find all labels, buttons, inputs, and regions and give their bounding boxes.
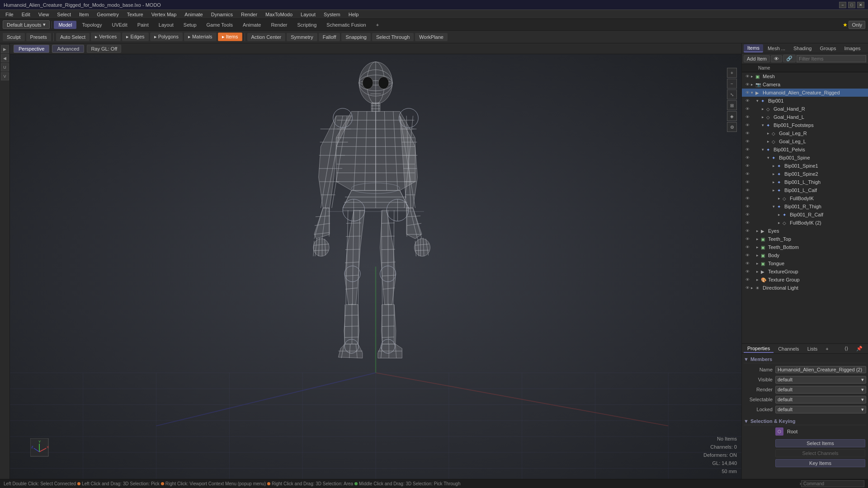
visibility-toggle[interactable]: 👁 <box>744 81 751 88</box>
name-field-value[interactable]: Humanoid_Alien_Creature_Rigged (2) <box>775 366 866 373</box>
mode-tab-animate[interactable]: Animate <box>238 21 265 29</box>
props-tab-channels[interactable]: Channels <box>774 345 802 352</box>
zoom-in-button[interactable]: + <box>727 68 737 78</box>
visibility-toggle[interactable]: 👁 <box>744 122 751 129</box>
mode-tab-paint[interactable]: Paint <box>133 21 153 29</box>
tree-expand-icon[interactable]: ▸ <box>773 188 777 192</box>
tree-item[interactable]: 👁▸✦Bip001_L_Calf <box>742 186 868 194</box>
tree-item[interactable]: 👁▸▣Mesh <box>742 72 868 80</box>
menu-help[interactable]: Help <box>345 11 363 18</box>
raygl-toggle[interactable]: Ray GL: Off <box>87 45 121 53</box>
viewport-canvas[interactable]: .wire { fill: none; stroke: #c8cad0; str… <box>10 54 741 479</box>
visibility-toggle[interactable]: 👁 <box>744 276 751 283</box>
props-tab-properties[interactable]: Properties <box>744 345 774 353</box>
tree-expand-icon[interactable]: ▸ <box>756 245 761 249</box>
tree-item[interactable]: 👁▸✦Bip001_R_Calf <box>742 211 868 219</box>
tree-expand-icon[interactable]: ▸ <box>756 229 761 233</box>
visibility-toggle[interactable]: 👁 <box>744 195 751 202</box>
tree-expand-icon[interactable]: ▾ <box>762 147 766 152</box>
left-tool-2[interactable]: ◀ <box>1 54 9 62</box>
visibility-toggle[interactable]: 👁 <box>744 284 751 291</box>
select-through-button[interactable]: Select Through <box>372 33 414 41</box>
tree-item[interactable]: 👁▸▣Body <box>742 251 868 259</box>
tree-expand-icon[interactable]: ▸ <box>751 74 755 79</box>
tree-expand-icon[interactable]: ▸ <box>773 164 777 168</box>
tree-item[interactable]: 👁▾✦Bip001_Spine <box>742 154 868 162</box>
tree-item[interactable]: 👁▾✦Bip001_Footsteps <box>742 121 868 129</box>
tree-item[interactable]: 👁▸▶Eyes <box>742 227 868 235</box>
props-tab-add[interactable]: + <box>822 345 832 352</box>
symmetry-button[interactable]: Symmetry <box>287 33 317 41</box>
mode-tab-game-tools[interactable]: Game Tools <box>202 21 238 29</box>
visibility-toggle[interactable]: 👁 <box>744 113 751 121</box>
visibility-toggle[interactable]: 👁 <box>744 170 751 178</box>
tab-images[interactable]: Images <box>840 45 864 52</box>
menu-file[interactable]: File <box>2 11 17 18</box>
visibility-toggle[interactable]: 👁 <box>744 89 751 96</box>
viewport[interactable]: Perspective Advanced Ray GL: Off <box>10 43 741 479</box>
props-expand-icon[interactable]: ⟨⟩ <box>841 345 852 352</box>
members-collapse-icon[interactable]: ▼ <box>744 357 749 362</box>
tree-item[interactable]: 👁▾✦Bip001_R_Thigh <box>742 202 868 211</box>
tree-expand-icon[interactable]: ▸ <box>773 172 777 176</box>
tab-shading[interactable]: Shading <box>790 45 815 52</box>
visibility-toggle[interactable]: 👁 <box>744 203 751 210</box>
tree-item[interactable]: 👁▸▶TextureGroup <box>742 267 868 276</box>
menu-layout[interactable]: Layout <box>297 11 319 18</box>
presets-button[interactable]: Presets <box>26 33 51 41</box>
tree-item[interactable]: 👁▸☀Directional Light <box>742 284 868 292</box>
sculpt-button[interactable]: Sculpt <box>3 33 25 41</box>
tree-item[interactable]: 👁▸▣Tongue <box>742 259 868 267</box>
visibility-toggle[interactable]: 👁 <box>744 211 751 218</box>
tree-item[interactable]: 👁▾✦Bip001_Pelvis <box>742 145 868 154</box>
tree-item[interactable]: 👁▸◇Goal_Leg_L <box>742 137 868 145</box>
advanced-tab[interactable]: Advanced <box>52 45 84 53</box>
tree-expand-icon[interactable]: ▸ <box>762 115 766 119</box>
zoom-out-button[interactable]: − <box>727 79 737 89</box>
menu-item[interactable]: Item <box>75 11 92 18</box>
vertices-button[interactable]: ▸ Vertices <box>91 33 121 41</box>
snapping-button[interactable]: Snapping <box>341 33 371 41</box>
tree-expand-icon[interactable]: ▾ <box>773 204 777 209</box>
tree-item[interactable]: 👁▸◇FullBodyIK <box>742 194 868 202</box>
tree-item[interactable]: 👁▸✦Bip001_Spine1 <box>742 162 868 170</box>
tree-item[interactable]: 👁▸📷Camera <box>742 80 868 89</box>
falloff-button[interactable]: Falloff <box>319 33 340 41</box>
selection-collapse-icon[interactable]: ▼ <box>744 418 749 424</box>
tree-expand-icon[interactable]: ▸ <box>767 131 772 136</box>
tree-expand-icon[interactable]: ▸ <box>756 261 761 266</box>
edges-button[interactable]: ▸ Edges <box>122 33 148 41</box>
tree-item[interactable]: 👁▸◇Goal_Leg_R <box>742 129 868 137</box>
tree-expand-icon[interactable]: ▾ <box>756 99 761 103</box>
visibility-toggle[interactable]: 👁 <box>744 244 751 251</box>
tree-expand-icon[interactable]: ▸ <box>778 212 783 217</box>
left-tool-3[interactable]: U <box>1 63 9 71</box>
left-tool-1[interactable]: ▶ <box>1 45 9 53</box>
visibility-toggle[interactable]: 👁 <box>744 130 751 137</box>
visibility-toggle[interactable]: 👁 <box>744 154 751 161</box>
tree-expand-icon[interactable]: ▸ <box>756 277 761 282</box>
mode-tab-model[interactable]: Model <box>54 21 76 29</box>
tree-expand-icon[interactable]: ▾ <box>751 90 755 95</box>
tree-expand-icon[interactable]: ▸ <box>756 269 761 274</box>
tree-item[interactable]: 👁▸◇Goal_Hand_R <box>742 105 868 113</box>
props-tab-lists[interactable]: Lists <box>804 345 821 352</box>
props-pin-icon[interactable]: 📌 <box>853 345 866 352</box>
tree-item[interactable]: 👁▾▶Humanoid_Alien_Creature_Rigged <box>742 89 868 97</box>
menu-geometry[interactable]: Geometry <box>93 11 122 18</box>
star-button[interactable]: ★ <box>843 22 848 28</box>
items-tree[interactable]: 👁▸▣Mesh👁▸📷Camera👁▾▶Humanoid_Alien_Creatu… <box>742 72 868 343</box>
link-icon[interactable]: 🔗 <box>783 55 796 62</box>
visibility-toggle[interactable]: 👁 <box>744 252 751 259</box>
menu-vertex-map[interactable]: Vertex Map <box>148 11 180 18</box>
tree-expand-icon[interactable]: ▸ <box>751 82 755 87</box>
visibility-toggle[interactable]: 👁 <box>744 178 751 186</box>
materials-button[interactable]: ▸ Materials <box>184 33 217 41</box>
tab-mesh[interactable]: Mesh ... <box>764 45 789 52</box>
key-items-button[interactable]: Key Items <box>775 459 865 467</box>
add-tab-button[interactable]: + <box>372 21 383 29</box>
layout-dropdown[interactable]: Default Layouts ▾ <box>3 20 50 29</box>
tree-expand-icon[interactable]: ▾ <box>767 155 772 160</box>
menu-dynamics[interactable]: Dynamics <box>208 11 236 18</box>
tree-item[interactable]: 👁▸▣Teeth_Bottom <box>742 243 868 251</box>
